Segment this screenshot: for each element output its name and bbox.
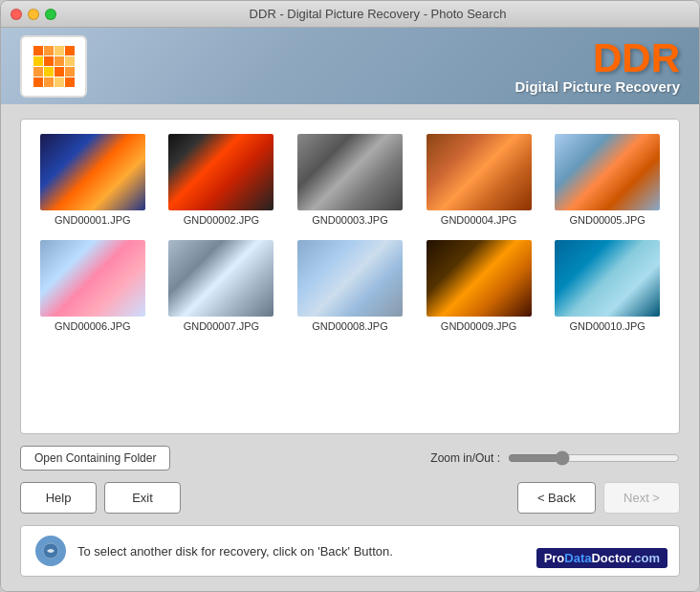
photo-scroll[interactable]: GND00001.JPGGND00002.JPGGND00003.JPGGND0… <box>35 134 665 419</box>
app-header: DDR Digital Picture Recovery <box>1 28 699 104</box>
logo-cell <box>55 77 64 87</box>
photo-thumbnail <box>427 240 532 317</box>
traffic-lights <box>11 9 56 20</box>
photo-thumbnail <box>427 134 532 210</box>
window-title: DDR - Digital Picture Recovery - Photo S… <box>66 7 689 21</box>
photo-filename: GND00005.JPG <box>569 214 645 226</box>
logo-grid <box>33 46 75 87</box>
photo-thumbnail <box>555 240 660 317</box>
logo-cell <box>33 67 43 77</box>
photo-filename: GND00006.JPG <box>55 320 130 332</box>
photo-item[interactable]: GND00008.JPG <box>293 240 407 332</box>
exit-button[interactable]: Exit <box>104 482 181 514</box>
logo-cell <box>33 46 43 55</box>
logo-cell <box>33 56 43 66</box>
controls-bar: Open Containing Folder Zoom in/Out : <box>20 446 680 471</box>
photo-item[interactable]: GND00006.JPG <box>35 240 150 332</box>
photo-filename: GND00007.JPG <box>184 320 259 332</box>
photo-item[interactable]: GND00003.JPG <box>293 134 407 226</box>
open-containing-folder-button[interactable]: Open Containing Folder <box>20 446 170 471</box>
photo-filename: GND00002.JPG <box>184 214 259 226</box>
photo-grid: GND00001.JPGGND00002.JPGGND00003.JPGGND0… <box>35 134 665 332</box>
photo-thumbnail <box>168 134 273 210</box>
logo-cell <box>65 77 75 87</box>
photo-filename: GND00001.JPG <box>55 214 130 226</box>
photo-filename: GND00003.JPG <box>312 214 387 226</box>
photo-item[interactable]: GND00004.JPG <box>422 134 536 226</box>
brand-section: DDR Digital Picture Recovery <box>514 38 680 95</box>
logo-cell <box>55 67 64 77</box>
photo-thumbnail <box>297 240 403 317</box>
logo-cell <box>65 46 75 55</box>
watermark-doctor: Doctor <box>591 551 630 565</box>
photo-thumbnail <box>555 134 660 210</box>
photo-filename: GND00010.JPG <box>569 320 645 332</box>
photo-filename: GND00004.JPG <box>441 214 516 226</box>
photo-item[interactable]: GND00007.JPG <box>164 240 279 332</box>
watermark-text: Pro <box>544 551 565 565</box>
photo-item[interactable]: GND00001.JPG <box>35 134 150 226</box>
help-button[interactable]: Help <box>20 482 97 514</box>
photo-thumbnail <box>168 240 273 317</box>
logo-cell <box>44 77 54 87</box>
titlebar: DDR - Digital Picture Recovery - Photo S… <box>1 1 699 28</box>
photo-thumbnail <box>40 240 145 317</box>
photo-item[interactable]: GND00002.JPG <box>164 134 279 226</box>
logo-cell <box>65 67 75 77</box>
photo-filename: GND00009.JPG <box>441 320 516 332</box>
logo-cell <box>55 56 64 66</box>
watermark-data: Data <box>564 551 591 565</box>
photo-item[interactable]: GND00005.JPG <box>550 134 665 226</box>
status-message: To select another disk for recovery, cli… <box>77 544 393 559</box>
status-icon <box>35 536 66 566</box>
logo-cell <box>44 67 54 77</box>
zoom-label: Zoom in/Out : <box>430 451 500 465</box>
logo-cell <box>55 46 64 55</box>
photo-thumbnail <box>40 134 145 210</box>
app-window: DDR - Digital Picture Recovery - Photo S… <box>0 0 700 592</box>
brand-subtitle-text: Digital Picture Recovery <box>514 78 680 95</box>
zoom-section: Zoom in/Out : <box>430 450 680 466</box>
main-content: GND00001.JPGGND00002.JPGGND00003.JPGGND0… <box>1 104 699 591</box>
logo-cell <box>65 56 75 66</box>
watermark-com: .com <box>631 551 660 565</box>
photo-thumbnail <box>297 134 403 210</box>
status-bar: To select another disk for recovery, cli… <box>20 525 680 577</box>
photo-item[interactable]: GND00010.JPG <box>550 240 665 332</box>
maximize-button[interactable] <box>45 9 56 20</box>
back-button[interactable]: < Back <box>517 482 596 514</box>
next-button[interactable]: Next > <box>603 482 680 514</box>
logo-cell <box>33 77 43 87</box>
logo-cell <box>44 46 54 55</box>
bottom-nav-bar: Help Exit < Back Next > <box>20 482 680 514</box>
logo-cell <box>44 56 54 66</box>
photo-filename: GND00008.JPG <box>312 320 387 332</box>
photo-container: GND00001.JPGGND00002.JPGGND00003.JPGGND0… <box>20 119 680 434</box>
watermark: ProDataDoctor.com <box>536 548 667 568</box>
minimize-button[interactable] <box>28 9 39 20</box>
photo-item[interactable]: GND00009.JPG <box>422 240 536 332</box>
app-logo <box>20 35 87 98</box>
zoom-slider[interactable] <box>508 450 680 466</box>
brand-ddr-text: DDR <box>514 38 680 78</box>
close-button[interactable] <box>11 9 22 20</box>
